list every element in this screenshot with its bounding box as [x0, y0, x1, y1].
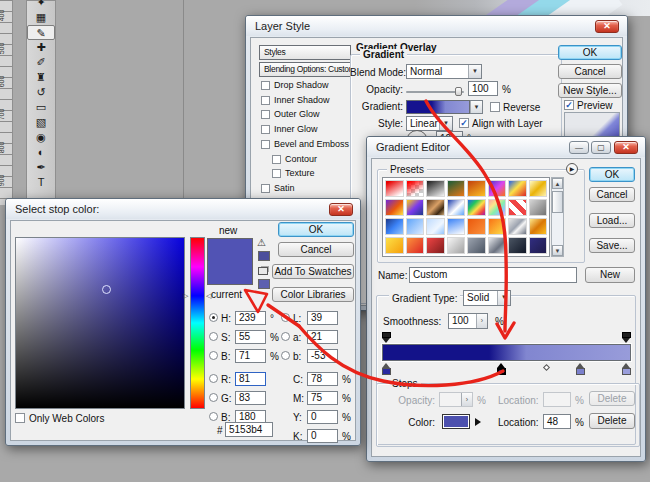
gradient-preset-11[interactable] [426, 199, 445, 216]
save-button[interactable]: Save... [589, 238, 635, 253]
gradient-preset-31[interactable] [508, 237, 527, 254]
lab-l-radio[interactable] [281, 313, 290, 322]
presets-scrollbar[interactable]: ▲ ▼ [551, 177, 564, 257]
gradient-preset-18[interactable] [406, 218, 425, 235]
style-item-checkbox[interactable] [261, 96, 270, 105]
align-with-layer-checkbox[interactable]: ✓ [459, 118, 469, 128]
gradient-preset-7[interactable] [508, 180, 527, 197]
brightness-input[interactable]: 71 [235, 349, 266, 363]
scroll-down-icon[interactable]: ▼ [552, 245, 563, 256]
gradient-preset-3[interactable] [426, 180, 445, 197]
green-input[interactable]: 83 [235, 391, 266, 405]
lab-b-radio[interactable] [281, 351, 290, 360]
red-input[interactable]: 81 [235, 372, 266, 386]
lab-a-input[interactable]: 21 [307, 330, 338, 344]
gradient-type-select[interactable]: Solid ▼ [463, 290, 511, 306]
presets-menu-icon[interactable]: ▶ [566, 163, 578, 175]
add-to-swatches-button[interactable]: Add To Swatches [272, 264, 354, 279]
opacity-stop-0[interactable] [382, 332, 391, 343]
color-field[interactable] [15, 237, 185, 409]
gradient-preset-30[interactable] [488, 237, 507, 254]
history-brush-tool[interactable]: ↺ [27, 85, 55, 100]
gradient-preset-10[interactable] [406, 199, 425, 216]
only-web-colors-checkbox[interactable] [15, 413, 25, 423]
delete-color-button[interactable]: Delete [589, 413, 635, 429]
magenta-input[interactable]: 75 [307, 391, 338, 405]
hue-arrow-left-icon[interactable]: ▷ [183, 292, 188, 299]
gradient-preset-1[interactable] [385, 180, 404, 197]
opacity-input[interactable]: 100 [468, 81, 498, 96]
new-button[interactable]: New [585, 267, 635, 283]
style-item-checkbox[interactable] [261, 125, 270, 134]
color-stop-48[interactable] [497, 363, 506, 375]
saturation-radio[interactable] [209, 332, 218, 341]
gradient-preset-32[interactable] [529, 237, 548, 254]
layer-style-titlebar[interactable]: Layer Style [246, 16, 627, 36]
maximize-icon[interactable]: ▢ [591, 141, 611, 154]
web-safe-cube-icon[interactable] [258, 267, 268, 275]
preview-checkbox[interactable]: ✓ [564, 100, 574, 110]
gradient-preset-22[interactable] [488, 218, 507, 235]
gradient-preset-17[interactable] [385, 218, 404, 235]
clone-stamp-tool[interactable]: ♜ [27, 70, 55, 85]
gradient-preset-27[interactable] [426, 237, 445, 254]
stop-location-input[interactable]: 48 [543, 414, 571, 429]
pen-tool[interactable]: ✒ [27, 160, 55, 175]
gradient-preset-4[interactable] [447, 180, 466, 197]
load-button[interactable]: Load... [589, 213, 635, 228]
style-item-checkbox[interactable] [261, 140, 270, 149]
gamut-color-chip[interactable] [258, 251, 270, 261]
gradient-preset-6[interactable] [488, 180, 507, 197]
gradient-preset-9[interactable] [385, 199, 404, 216]
gradient-preset-14[interactable] [488, 199, 507, 216]
gradient-preset-5[interactable] [467, 180, 486, 197]
yellow-input[interactable]: 0 [307, 410, 338, 424]
gradient-preset-23[interactable] [508, 218, 527, 235]
stop-color-swatch[interactable] [442, 414, 470, 429]
color-menu-icon[interactable] [475, 418, 481, 426]
name-input[interactable]: Custom [409, 267, 577, 283]
eraser-tool[interactable]: ▭ [27, 100, 55, 115]
gradient-picker-arrow[interactable]: ▼ [470, 100, 483, 114]
gradient-preset-24[interactable] [529, 218, 548, 235]
ok-button[interactable]: OK [589, 167, 635, 182]
smoothness-input[interactable]: 100 › [448, 313, 488, 329]
red-radio[interactable] [209, 374, 218, 383]
web-safe-color-chip[interactable] [258, 279, 270, 289]
black-input[interactable]: 0 [307, 429, 338, 443]
color-stop-81[interactable] [576, 363, 585, 375]
color-libraries-button[interactable]: Color Libraries [272, 287, 354, 302]
scrollbar-thumb[interactable] [552, 191, 563, 213]
gradient-preset-12[interactable] [447, 199, 466, 216]
blending-options-header[interactable]: Blending Options: Custom [259, 62, 351, 77]
style-item-checkbox[interactable] [261, 81, 270, 90]
color-picker-titlebar[interactable]: Select stop color: [6, 199, 360, 219]
hue-radio[interactable] [209, 313, 218, 322]
gradient-preset-29[interactable] [467, 237, 486, 254]
blur-tool[interactable]: ◉ [27, 130, 55, 145]
dodge-tool[interactable]: ◐ [27, 145, 55, 160]
gradient-preset-21[interactable] [467, 218, 486, 235]
type-tool[interactable]: T [27, 175, 55, 190]
midpoint-diamond[interactable] [543, 364, 550, 371]
lab-a-radio[interactable] [281, 332, 290, 341]
hue-slider[interactable] [190, 237, 205, 409]
gradient-preset-28[interactable] [447, 237, 466, 254]
style-select[interactable]: Linear ▼ [406, 116, 453, 131]
cyan-input[interactable]: 78 [307, 372, 338, 386]
color-stop-100[interactable] [622, 363, 631, 375]
gradient-preset-15[interactable] [508, 199, 527, 216]
gradient-preset-2[interactable] [406, 180, 425, 197]
close-icon[interactable]: ✕ [329, 203, 353, 216]
style-item-checkbox[interactable] [261, 110, 270, 119]
blue-radio[interactable] [209, 412, 218, 421]
cancel-button[interactable]: Cancel [558, 64, 622, 79]
styles-panel-header[interactable]: Styles [259, 45, 351, 60]
blend-mode-select[interactable]: Normal ▼ [406, 64, 482, 79]
gradient-preset-13[interactable] [467, 199, 486, 216]
cancel-button[interactable]: Cancel [278, 242, 354, 257]
brush-tool[interactable]: ✐ [27, 55, 55, 70]
gradient-preset-20[interactable] [447, 218, 466, 235]
crop-tool[interactable]: ▦ [27, 10, 55, 25]
style-item-checkbox[interactable] [261, 184, 270, 193]
